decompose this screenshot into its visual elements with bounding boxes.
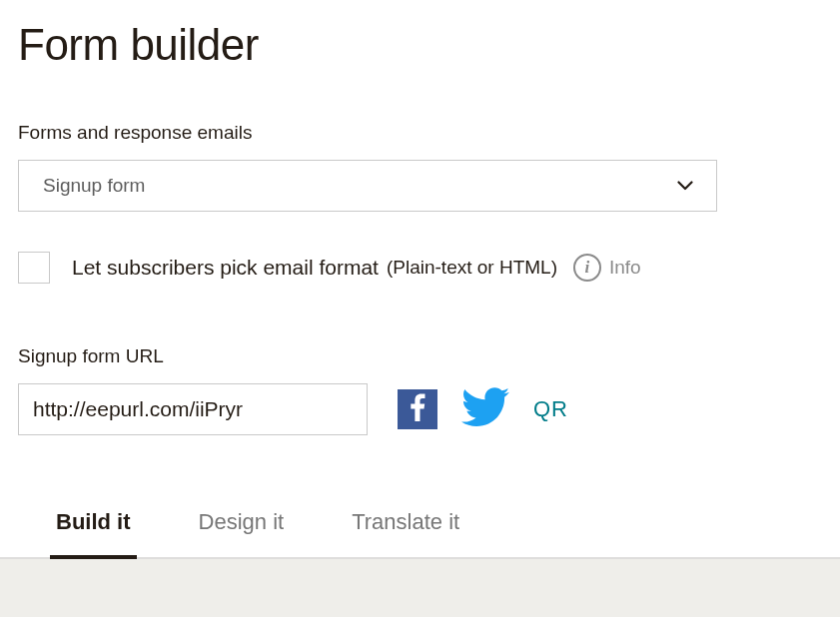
twitter-icon bbox=[461, 387, 509, 431]
page-title: Form builder bbox=[18, 20, 822, 70]
email-format-label-note: (Plain-text or HTML) bbox=[387, 257, 557, 279]
form-type-selected-value: Signup form bbox=[43, 175, 145, 197]
qr-link[interactable]: QR bbox=[533, 396, 568, 422]
editor-tabs: Build it Design it Translate it bbox=[18, 495, 822, 557]
facebook-icon bbox=[410, 393, 425, 425]
email-format-checkbox[interactable] bbox=[18, 252, 50, 284]
form-canvas-area bbox=[0, 557, 840, 617]
email-format-label: Let subscribers pick email format (Plain… bbox=[72, 254, 641, 282]
form-type-select[interactable]: Signup form bbox=[18, 160, 717, 212]
url-section-label: Signup form URL bbox=[18, 345, 822, 367]
email-format-label-main: Let subscribers pick email format bbox=[72, 256, 379, 280]
info-link[interactable]: i Info bbox=[573, 254, 641, 282]
info-icon: i bbox=[573, 254, 601, 282]
forms-section-label: Forms and response emails bbox=[18, 122, 822, 144]
signup-url-input[interactable] bbox=[18, 383, 368, 435]
tab-build[interactable]: Build it bbox=[50, 495, 137, 559]
tab-design[interactable]: Design it bbox=[193, 495, 291, 557]
facebook-share-button[interactable] bbox=[398, 389, 437, 429]
tab-translate[interactable]: Translate it bbox=[346, 495, 465, 557]
info-text: Info bbox=[609, 257, 641, 279]
twitter-share-button[interactable] bbox=[461, 389, 509, 429]
